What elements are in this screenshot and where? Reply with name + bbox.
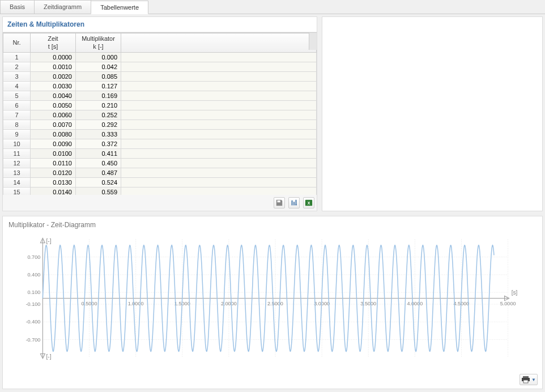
table-row[interactable]: 30.00200.085 bbox=[3, 71, 317, 81]
table-toolbar: X bbox=[3, 195, 317, 211]
cell-nr: 8 bbox=[3, 120, 31, 129]
cell-nr: 2 bbox=[3, 62, 31, 71]
table-row[interactable]: 80.00700.292 bbox=[3, 120, 317, 129]
table-row[interactable]: 70.00600.252 bbox=[3, 110, 317, 120]
cell-mult[interactable]: 0.487 bbox=[76, 168, 121, 177]
svg-text:-0.400: -0.400 bbox=[25, 319, 40, 325]
tab-tabellenwerte[interactable]: Tabellenwerte bbox=[91, 1, 148, 14]
cell-zeit[interactable]: 0.0110 bbox=[31, 158, 76, 168]
svg-text:[-]: [-] bbox=[46, 353, 51, 360]
cell-nr: 11 bbox=[3, 148, 31, 158]
table-row[interactable]: 90.00800.333 bbox=[3, 129, 317, 139]
col-zeit[interactable]: Zeitt [s] bbox=[31, 33, 76, 53]
cell-mult[interactable]: 0.450 bbox=[76, 158, 121, 168]
cell-mult[interactable]: 0.292 bbox=[76, 120, 121, 129]
table-scroll[interactable]: Nr. Zeitt [s] Multiplikatork [-] 10.0000… bbox=[3, 32, 317, 195]
cell-zeit[interactable]: 0.0130 bbox=[31, 177, 76, 187]
save-icon[interactable] bbox=[274, 197, 285, 208]
svg-text:0.700: 0.700 bbox=[28, 254, 41, 260]
svg-text:0.5000: 0.5000 bbox=[82, 301, 97, 306]
tab-zeitdiagramm[interactable]: Zeitdiagramm bbox=[34, 0, 91, 14]
svg-rect-41 bbox=[523, 380, 528, 383]
table-row[interactable]: 60.00500.210 bbox=[3, 100, 317, 110]
cell-zeit[interactable]: 0.0010 bbox=[31, 62, 76, 71]
cell-mult[interactable]: 0.524 bbox=[76, 177, 121, 187]
table-row[interactable]: 50.00400.169 bbox=[3, 91, 317, 100]
svg-text:[-]: [-] bbox=[46, 238, 51, 244]
cell-nr: 9 bbox=[3, 129, 31, 139]
table-row[interactable]: 130.01200.487 bbox=[3, 168, 317, 177]
cell-zeit[interactable]: 0.0040 bbox=[31, 91, 76, 100]
cell-zeit[interactable]: 0.0120 bbox=[31, 168, 76, 177]
cell-filler bbox=[121, 91, 317, 100]
cell-filler bbox=[121, 52, 317, 62]
cell-nr: 1 bbox=[3, 52, 31, 62]
blank-panel bbox=[322, 16, 543, 211]
print-button[interactable]: ▼ bbox=[520, 374, 538, 385]
chart-title: Multiplikator - Zeit-Diagramm bbox=[3, 216, 542, 230]
cell-mult[interactable]: 0.000 bbox=[76, 52, 121, 62]
cell-zeit[interactable]: 0.0140 bbox=[31, 187, 76, 195]
svg-text:0.100: 0.100 bbox=[28, 289, 41, 295]
cell-filler bbox=[121, 148, 317, 158]
sort-icon[interactable] bbox=[288, 197, 300, 208]
cell-mult[interactable]: 0.085 bbox=[76, 71, 121, 81]
excel-icon[interactable]: X bbox=[303, 197, 314, 208]
cell-filler bbox=[121, 158, 317, 168]
values-panel: Zeiten & Multiplikatoren Nr. Zeitt [s] M… bbox=[2, 16, 317, 211]
cell-nr: 7 bbox=[3, 110, 31, 120]
cell-filler bbox=[121, 187, 317, 195]
cell-zeit[interactable]: 0.0090 bbox=[31, 139, 76, 148]
cell-nr: 6 bbox=[3, 100, 31, 110]
cell-mult[interactable]: 0.210 bbox=[76, 100, 121, 110]
cell-mult[interactable]: 0.559 bbox=[76, 187, 121, 195]
table-row[interactable]: 120.01100.450 bbox=[3, 158, 317, 168]
cell-zeit[interactable]: 0.0030 bbox=[31, 81, 76, 91]
cell-mult[interactable]: 0.252 bbox=[76, 110, 121, 120]
cell-zeit[interactable]: 0.0070 bbox=[31, 120, 76, 129]
cell-zeit[interactable]: 0.0100 bbox=[31, 148, 76, 158]
svg-text:X: X bbox=[308, 201, 310, 205]
chart-area[interactable]: -0.700-0.400-0.1000.1000.4000.7000.50001… bbox=[25, 233, 525, 375]
tab-basis[interactable]: Basis bbox=[0, 0, 35, 14]
cell-zeit[interactable]: 0.0080 bbox=[31, 129, 76, 139]
scrollbar-placeholder[interactable] bbox=[309, 33, 317, 50]
col-nr[interactable]: Nr. bbox=[3, 33, 31, 53]
cell-filler bbox=[121, 62, 317, 71]
svg-text:-0.100: -0.100 bbox=[25, 301, 40, 307]
dropdown-icon: ▼ bbox=[531, 377, 536, 382]
svg-rect-39 bbox=[523, 376, 529, 378]
col-filler bbox=[121, 33, 317, 53]
cell-mult[interactable]: 0.372 bbox=[76, 139, 121, 148]
svg-text:[s]: [s] bbox=[512, 289, 518, 296]
col-mult[interactable]: Multiplikatork [-] bbox=[76, 33, 121, 53]
cell-mult[interactable]: 0.169 bbox=[76, 91, 121, 100]
cell-filler bbox=[121, 81, 317, 91]
svg-text:-0.700: -0.700 bbox=[25, 337, 40, 343]
cell-filler bbox=[121, 100, 317, 110]
cell-zeit[interactable]: 0.0050 bbox=[31, 100, 76, 110]
printer-icon bbox=[521, 376, 530, 384]
cell-zeit[interactable]: 0.0000 bbox=[31, 52, 76, 62]
cell-mult[interactable]: 0.411 bbox=[76, 148, 121, 158]
table-row[interactable]: 150.01400.559 bbox=[3, 187, 317, 195]
table-row[interactable]: 110.01000.411 bbox=[3, 148, 317, 158]
svg-text:2.0000: 2.0000 bbox=[221, 301, 237, 306]
table-row[interactable]: 140.01300.524 bbox=[3, 177, 317, 187]
cell-nr: 14 bbox=[3, 177, 31, 187]
cell-zeit[interactable]: 0.0020 bbox=[31, 71, 76, 81]
cell-zeit[interactable]: 0.0060 bbox=[31, 110, 76, 120]
cell-mult[interactable]: 0.127 bbox=[76, 81, 121, 91]
cell-mult[interactable]: 0.333 bbox=[76, 129, 121, 139]
cell-nr: 3 bbox=[3, 71, 31, 81]
table-row[interactable]: 40.00300.127 bbox=[3, 81, 317, 91]
cell-nr: 12 bbox=[3, 158, 31, 168]
table-row[interactable]: 10.00000.000 bbox=[3, 52, 317, 62]
cell-filler bbox=[121, 139, 317, 148]
cell-filler bbox=[121, 110, 317, 120]
chart-panel: Multiplikator - Zeit-Diagramm -0.700-0.4… bbox=[2, 216, 543, 389]
top-container: Zeiten & Multiplikatoren Nr. Zeitt [s] M… bbox=[0, 14, 545, 214]
table-row[interactable]: 20.00100.042 bbox=[3, 62, 317, 71]
cell-mult[interactable]: 0.042 bbox=[76, 62, 121, 71]
table-row[interactable]: 100.00900.372 bbox=[3, 139, 317, 148]
